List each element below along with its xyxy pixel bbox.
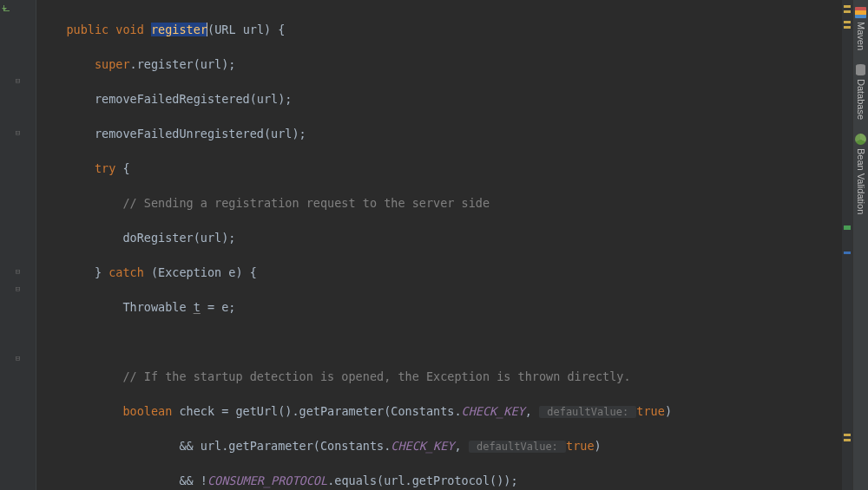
warning-marker-icon[interactable]	[844, 434, 851, 436]
bean-validation-icon	[855, 134, 866, 145]
code-line: try {	[45, 160, 842, 177]
maven-tool-button[interactable]: Maven	[855, 0, 866, 57]
code-editor[interactable]: public void register(URL url) { super.re…	[36, 0, 842, 490]
caret-marker-icon[interactable]	[844, 252, 851, 254]
code-line	[45, 333, 842, 350]
code-line: super.register(url);	[45, 56, 842, 73]
code-line: removeFailedUnregistered(url);	[45, 125, 842, 142]
error-stripe[interactable]	[842, 0, 852, 490]
code-line: boolean check = getUrl().getParameter(Co…	[45, 402, 842, 420]
code-line: // If the startup detection is opened, t…	[45, 368, 842, 385]
database-icon	[856, 64, 865, 75]
code-line: } catch (Exception e) {	[45, 264, 842, 281]
fold-region-icon[interactable]: ⊟	[12, 265, 23, 277]
code-line: removeFailedRegistered(url);	[45, 90, 842, 108]
code-line: public void register(URL url) {	[45, 21, 842, 38]
bean-validation-tool-button[interactable]: Bean Validation	[855, 127, 866, 221]
warning-marker-icon[interactable]	[844, 5, 851, 8]
code-line: && url.getParameter(Constants.CHECK_KEY,…	[45, 437, 842, 454]
tool-label: Bean Validation	[856, 148, 866, 214]
warning-marker-icon[interactable]	[844, 10, 851, 13]
change-marker-icon[interactable]	[844, 225, 851, 230]
tool-window-stripe: Maven Database Bean Validation	[852, 0, 868, 490]
maven-icon	[855, 7, 866, 18]
fold-region-icon[interactable]: ⊟	[12, 352, 23, 363]
editor-gutter[interactable]: ⊟ ⊟ ⊟ ⊟ ⊟	[0, 0, 36, 490]
override-marker-icon[interactable]	[3, 5, 15, 15]
fold-region-icon[interactable]: ⊟	[12, 283, 23, 294]
fold-region-icon[interactable]: ⊟	[12, 127, 23, 138]
code-line: // Sending a registration request to the…	[45, 194, 842, 212]
code-line: Throwable t = e;	[45, 298, 842, 316]
fold-region-icon[interactable]: ⊟	[12, 75, 23, 86]
code-line: && !CONSUMER_PROTOCOL.equals(url.getProt…	[45, 472, 842, 489]
warning-marker-icon[interactable]	[844, 439, 851, 441]
database-tool-button[interactable]: Database	[856, 57, 866, 127]
code-line: doRegister(url);	[45, 229, 842, 246]
tool-label: Database	[856, 79, 866, 120]
warning-marker-icon[interactable]	[844, 21, 851, 23]
tool-label: Maven	[856, 22, 866, 50]
warning-marker-icon[interactable]	[844, 26, 851, 29]
